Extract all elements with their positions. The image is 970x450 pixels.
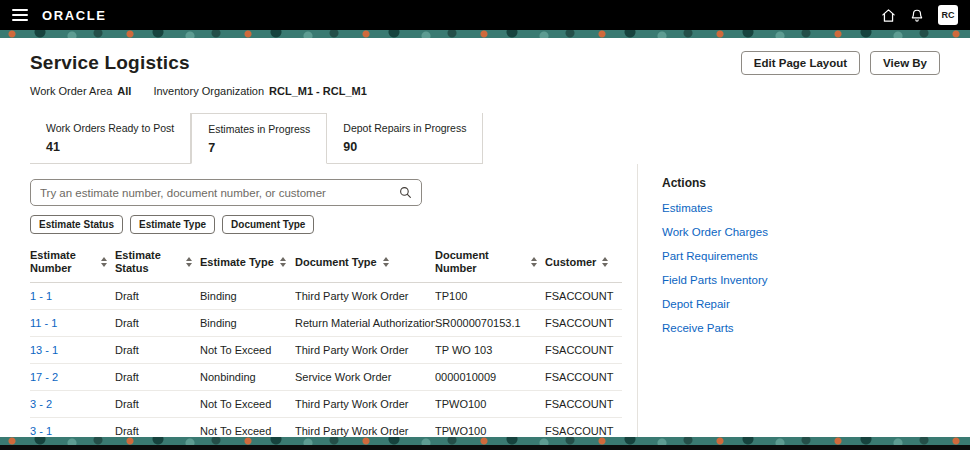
cell-document-type: Third Party Work Order xyxy=(295,418,435,437)
cell-estimate-status: Draft xyxy=(115,418,200,437)
topbar: ORACLE RC xyxy=(0,0,970,30)
cell-document-type: Third Party Work Order xyxy=(295,337,435,364)
cell-customer: FSACCOUNT xyxy=(545,364,622,391)
cell-estimate-number: 11 - 1 xyxy=(30,310,115,337)
decorative-banner-bottom xyxy=(0,437,970,445)
action-work-order-charges[interactable]: Work Order Charges xyxy=(662,226,940,238)
home-icon[interactable] xyxy=(881,8,896,23)
sort-icon[interactable] xyxy=(101,257,107,267)
estimates-table: Estimate Number Estimate Status Estimate… xyxy=(30,247,622,437)
table-header-row: Estimate Number Estimate Status Estimate… xyxy=(30,247,622,283)
sort-icon[interactable] xyxy=(280,257,286,267)
search-icon[interactable] xyxy=(399,186,412,199)
actions-panel: Actions Estimates Work Order Charges Par… xyxy=(637,164,940,437)
cell-document-number: TP100 xyxy=(435,283,545,310)
summary-tabs: Work Orders Ready to Post 41 Estimates i… xyxy=(30,113,483,164)
estimate-number-link[interactable]: 17 - 2 xyxy=(30,371,58,383)
sort-icon[interactable] xyxy=(531,257,537,267)
cell-estimate-status: Draft xyxy=(115,391,200,418)
filter-chip-estimate-status[interactable]: Estimate Status xyxy=(30,215,123,234)
table-row[interactable]: 11 - 1 Draft Binding Return Material Aut… xyxy=(30,310,622,337)
filter-chips: Estimate Status Estimate Type Document T… xyxy=(30,215,637,234)
inventory-organization-label: Inventory Organization xyxy=(153,85,264,97)
estimate-number-link[interactable]: 1 - 1 xyxy=(30,290,52,302)
table-row[interactable]: 17 - 2 Draft Nonbinding Service Work Ord… xyxy=(30,364,622,391)
cell-estimate-type: Not To Exceed xyxy=(200,418,295,437)
cell-document-number: 0000010009 xyxy=(435,364,545,391)
cell-estimate-type: Nonbinding xyxy=(200,364,295,391)
sort-icon[interactable] xyxy=(186,257,192,267)
column-header-estimate-type[interactable]: Estimate Type xyxy=(200,247,295,283)
cell-estimate-type: Binding xyxy=(200,310,295,337)
estimate-number-link[interactable]: 3 - 1 xyxy=(30,425,52,437)
estimate-number-link[interactable]: 3 - 2 xyxy=(30,398,52,410)
column-header-document-type[interactable]: Document Type xyxy=(295,247,435,283)
table-row[interactable]: 3 - 1 Draft Not To Exceed Third Party Wo… xyxy=(30,418,622,437)
user-avatar[interactable]: RC xyxy=(938,5,958,25)
cell-document-number: TP WO 103 xyxy=(435,337,545,364)
search-box xyxy=(30,179,422,206)
filter-chip-estimate-type[interactable]: Estimate Type xyxy=(130,215,215,234)
hamburger-menu-icon[interactable] xyxy=(12,9,28,21)
cell-estimate-status: Draft xyxy=(115,364,200,391)
work-order-area-value: All xyxy=(117,85,131,97)
column-header-estimate-number[interactable]: Estimate Number xyxy=(30,247,115,283)
cell-estimate-status: Draft xyxy=(115,283,200,310)
context-filters: Work Order Area All Inventory Organizati… xyxy=(30,85,940,97)
inventory-organization-value: RCL_M1 - RCL_M1 xyxy=(269,85,367,97)
work-order-area-label: Work Order Area xyxy=(30,85,112,97)
decorative-banner-top xyxy=(0,30,970,38)
tab-estimates-in-progress[interactable]: Estimates in Progress 7 xyxy=(191,113,327,164)
tab-count: 41 xyxy=(46,140,174,154)
cell-estimate-number: 3 - 1 xyxy=(30,418,115,437)
cell-customer: FSACCOUNT xyxy=(545,337,622,364)
estimate-number-link[interactable]: 11 - 1 xyxy=(30,317,57,329)
action-depot-repair[interactable]: Depot Repair xyxy=(662,298,940,310)
view-by-button[interactable]: View By xyxy=(870,51,940,75)
cell-customer: FSACCOUNT xyxy=(545,391,622,418)
cell-document-type: Third Party Work Order xyxy=(295,391,435,418)
cell-estimate-number: 13 - 1 xyxy=(30,337,115,364)
cell-customer: FSACCOUNT xyxy=(545,418,622,437)
column-header-document-number[interactable]: Document Number xyxy=(435,247,545,283)
table-row[interactable]: 3 - 2 Draft Not To Exceed Third Party Wo… xyxy=(30,391,622,418)
page-title: Service Logistics xyxy=(30,52,190,74)
tab-work-orders-ready-to-post[interactable]: Work Orders Ready to Post 41 xyxy=(30,113,191,163)
table-row[interactable]: 1 - 1 Draft Binding Third Party Work Ord… xyxy=(30,283,622,310)
filter-chip-document-type[interactable]: Document Type xyxy=(222,215,314,234)
cell-estimate-type: Binding xyxy=(200,283,295,310)
action-part-requirements[interactable]: Part Requirements xyxy=(662,250,940,262)
action-field-parts-inventory[interactable]: Field Parts Inventory xyxy=(662,274,940,286)
cell-document-type: Third Party Work Order xyxy=(295,283,435,310)
action-estimates[interactable]: Estimates xyxy=(662,202,940,214)
cell-document-type: Service Work Order xyxy=(295,364,435,391)
table-row[interactable]: 13 - 1 Draft Not To Exceed Third Party W… xyxy=(30,337,622,364)
notifications-bell-icon[interactable] xyxy=(910,8,924,23)
cell-document-type: Return Material Authorization xyxy=(295,310,435,337)
tab-count: 7 xyxy=(208,141,310,155)
cell-customer: FSACCOUNT xyxy=(545,283,622,310)
edit-page-layout-button[interactable]: Edit Page Layout xyxy=(741,51,860,75)
column-header-estimate-status[interactable]: Estimate Status xyxy=(115,247,200,283)
cell-estimate-type: Not To Exceed xyxy=(200,337,295,364)
column-header-customer[interactable]: Customer xyxy=(545,247,622,283)
sort-icon[interactable] xyxy=(602,257,608,267)
cell-document-number: TPWO100 xyxy=(435,418,545,437)
oracle-logo[interactable]: ORACLE xyxy=(42,8,107,23)
action-receive-parts[interactable]: Receive Parts xyxy=(662,322,940,334)
cell-estimate-number: 1 - 1 xyxy=(30,283,115,310)
search-input[interactable] xyxy=(40,187,399,199)
cell-estimate-number: 3 - 2 xyxy=(30,391,115,418)
cell-estimate-status: Draft xyxy=(115,337,200,364)
tab-depot-repairs-in-progress[interactable]: Depot Repairs in Progress 90 xyxy=(327,113,483,163)
main-content: Service Logistics Edit Page Layout View … xyxy=(0,38,970,437)
cell-estimate-type: Not To Exceed xyxy=(200,391,295,418)
actions-title: Actions xyxy=(662,176,940,190)
tab-count: 90 xyxy=(343,140,466,154)
cell-customer: FSACCOUNT xyxy=(545,310,622,337)
cell-estimate-number: 17 - 2 xyxy=(30,364,115,391)
cell-document-number: TPWO100 xyxy=(435,391,545,418)
sort-icon[interactable] xyxy=(383,257,389,267)
estimate-number-link[interactable]: 13 - 1 xyxy=(30,344,58,356)
cell-estimate-status: Draft xyxy=(115,310,200,337)
